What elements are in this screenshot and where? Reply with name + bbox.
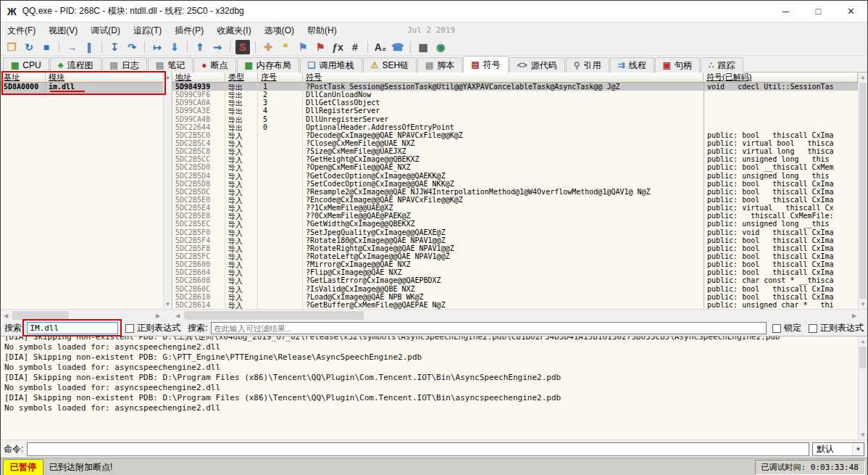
tab-cpu[interactable]: ▦ CPU bbox=[3, 57, 49, 73]
functions-icon[interactable]: ƒx bbox=[329, 39, 346, 55]
symbol-row[interactable]: 5DC2B5DC 导入 ?Resample2@CxImage@@QAE_NJJW… bbox=[172, 188, 858, 196]
symbol-row[interactable]: 5DC2B5D0 导入 ?Open@CxMemFile@@QAE_NXZ pub… bbox=[172, 163, 858, 171]
symbol-row[interactable]: 5DC2B5C4 导入 ?Close@CxMemFile@@UAE_NXZ pu… bbox=[172, 139, 858, 147]
scroll-down-button[interactable]: ▼ bbox=[859, 300, 867, 309]
symbol-row[interactable]: 5DC2B5F0 导入 ?SetJpegQuality@CxImage@@QAE… bbox=[172, 228, 858, 236]
open-file-icon[interactable]: ❒ bbox=[3, 39, 20, 55]
symbol-row[interactable]: 5DC22644 导出 0 OptionalHeader.AddressOfEn… bbox=[172, 123, 858, 131]
attach-user-icon[interactable]: ⇝ bbox=[209, 39, 226, 55]
run-icon[interactable]: → bbox=[63, 39, 80, 55]
scroll-up-button[interactable]: ▲ bbox=[859, 73, 867, 82]
toolbar-separator[interactable] bbox=[59, 41, 59, 53]
symbol-row[interactable]: 5D99CA4B 导出 5 DllUnregisterServer bbox=[172, 115, 858, 123]
scroll-up-button[interactable]: ▲ bbox=[164, 73, 172, 82]
stop-icon[interactable]: ■ bbox=[38, 39, 55, 55]
step-over-icon[interactable]: ↷ bbox=[123, 39, 141, 55]
symbol-row[interactable]: 5DC2B608 导入 ?GetLastError@CxImage@@QAEPB… bbox=[172, 276, 858, 284]
tab-flowchart[interactable]: ♣ 流程图 bbox=[50, 57, 101, 73]
tab-references[interactable]: ⚲ 引用 bbox=[566, 57, 609, 73]
menu-view[interactable]: 视图(V) bbox=[42, 23, 84, 38]
log-vertical-scrollbar[interactable]: ▲ ▼ bbox=[858, 336, 867, 439]
patches-icon[interactable]: ✚ bbox=[259, 39, 277, 55]
restart-icon[interactable]: ↻ bbox=[20, 39, 38, 55]
comments-icon[interactable]: ❝ bbox=[277, 39, 294, 55]
module-row[interactable]: 5D8A0000 im.dll bbox=[1, 83, 164, 94]
symbol-row[interactable]: 5D99CA3E 导出 4 DllRegisterServer bbox=[172, 107, 858, 115]
column-header-module[interactable]: 模块 bbox=[46, 73, 164, 82]
symbol-row[interactable]: 5DC2B5CC 导入 ?GetHeight@CxImage@@QBEKXZ p… bbox=[172, 155, 858, 163]
symbol-search-input[interactable] bbox=[211, 322, 767, 334]
toolbar-separator[interactable] bbox=[367, 41, 368, 53]
symbol-row[interactable]: 5DC2B5D8 导入 ?SetCodecOption@CxImage@@QAE… bbox=[172, 180, 858, 188]
symbol-row[interactable]: 5DC2B5E8 导入 ??0CxMemFile@@QAE@PAEK@Z pub… bbox=[172, 212, 858, 220]
tab-memory-map[interactable]: ▦ 内存布局 bbox=[237, 57, 299, 73]
labels-icon[interactable]: ⚑ bbox=[294, 39, 312, 55]
scroll-thumb[interactable] bbox=[184, 311, 364, 320]
symbol-row[interactable]: 5DC2B614 导入 ?GetBuffer@CxMemFile@@QAEPAE… bbox=[172, 301, 858, 309]
modules-vertical-scrollbar[interactable]: ▲ ▼ bbox=[163, 73, 172, 309]
tab-script[interactable]: ▤ 脚本 bbox=[417, 57, 462, 73]
module-search-input[interactable] bbox=[27, 322, 118, 334]
toolbar-separator[interactable] bbox=[230, 41, 230, 53]
symbol-row[interactable]: 5D984939 导出 1 ?PostTask_Session@SessionT… bbox=[172, 83, 858, 91]
scroll-thumb[interactable] bbox=[859, 347, 867, 368]
tab-handles[interactable]: ▣ 句柄 bbox=[655, 57, 700, 73]
scroll-left-button[interactable]: ◀ bbox=[1, 310, 11, 321]
run-to-user-code-icon[interactable]: ⇓ bbox=[166, 39, 183, 55]
toolbar-separator[interactable] bbox=[410, 41, 411, 53]
strings-icon[interactable]: A₂ bbox=[372, 39, 389, 55]
toolbar-separator[interactable] bbox=[255, 41, 256, 53]
step-out-icon[interactable]: ⇑ bbox=[191, 39, 209, 55]
phone-attach-icon[interactable]: ☎ bbox=[389, 39, 406, 55]
scroll-down-button[interactable]: ▼ bbox=[859, 430, 867, 439]
menu-debug[interactable]: 调试(D) bbox=[84, 23, 127, 38]
step-into-icon[interactable]: ↧ bbox=[106, 39, 123, 55]
symbols-vertical-scrollbar[interactable]: ▲ ▼ bbox=[858, 73, 867, 309]
column-header-type[interactable]: 类型 bbox=[225, 73, 258, 82]
menu-favourites[interactable]: 收藏夹(I) bbox=[210, 23, 257, 38]
symbol-row[interactable]: 5DC2B5E4 导入 ??1CxMemFile@@UAE@XZ public:… bbox=[172, 204, 858, 212]
symbol-row[interactable]: 5DC2B600 导入 ?Mirror@CxImage@@QAE_NXZ pub… bbox=[172, 260, 858, 268]
pause-icon[interactable]: ∥ bbox=[80, 39, 98, 55]
tab-call-stack[interactable]: ❏ 调用堆栈 bbox=[300, 57, 362, 73]
toolbar-separator[interactable] bbox=[187, 41, 188, 53]
scroll-thumb[interactable] bbox=[859, 83, 867, 299]
tab-symbols[interactable]: ▤ 符号 bbox=[463, 56, 508, 73]
scroll-up-button[interactable]: ▲ bbox=[859, 336, 867, 346]
regex-symbol-checkbox[interactable] bbox=[809, 324, 817, 333]
symbol-row[interactable]: 5DC2B60C 导入 ?IsValid@CxImage@@QBE_NXZ pu… bbox=[172, 285, 858, 293]
close-button[interactable]: ✕ bbox=[835, 1, 867, 22]
symbol-row[interactable]: 5DC2B5F8 导入 ?RotateRight@CxImage@@QAE_NP… bbox=[172, 244, 858, 252]
column-header-base[interactable]: 基址 bbox=[1, 73, 46, 82]
menu-plugins[interactable]: 插件(P) bbox=[168, 23, 210, 38]
symbol-row[interactable]: 5DC2B604 导入 ?Flip@CxImage@@QAE_NXZ publi… bbox=[172, 268, 858, 276]
tab-notes[interactable]: ▤ 笔记 bbox=[148, 57, 193, 73]
scroll-right-button[interactable]: ▶ bbox=[153, 310, 163, 321]
symbol-row[interactable]: 5DC2B610 导入 ?Load@CxImage@@QAE_NPB_WK@Z … bbox=[172, 293, 858, 301]
tab-breakpoints[interactable]: ● 断点 bbox=[193, 57, 235, 73]
scroll-thumb[interactable] bbox=[12, 311, 69, 320]
tab-source[interactable]: <> 源代码 bbox=[509, 57, 565, 73]
execute-till-return-icon[interactable]: ↦ bbox=[149, 39, 166, 55]
symbol-row[interactable]: 5DC2B5C8 导入 ?Size@CxMemFile@@UAEJXZ publ… bbox=[172, 147, 858, 155]
regex-module-checkbox[interactable] bbox=[125, 324, 134, 333]
scroll-down-button[interactable]: ▼ bbox=[164, 300, 172, 309]
toolbar-separator[interactable] bbox=[101, 41, 102, 53]
symbols-horizontal-scrollbar[interactable]: ◀ ▶ bbox=[172, 310, 859, 321]
bookmarks-icon[interactable]: ⚑ bbox=[312, 39, 329, 55]
menu-options[interactable]: 选项(O) bbox=[258, 23, 301, 38]
tab-seh-chain[interactable]: ⚠ SEH链 bbox=[363, 57, 417, 73]
column-header-decoded[interactable]: 符号(已解码) bbox=[704, 73, 858, 82]
command-input[interactable] bbox=[27, 442, 809, 456]
tab-trace[interactable]: ∴ 跟踪 bbox=[701, 57, 743, 73]
column-header-symbol[interactable]: 符号 bbox=[303, 73, 704, 82]
seh-s-icon[interactable]: S bbox=[235, 40, 250, 54]
symbol-row[interactable]: 5DC2B5D4 导入 ?GetCodecOption@CxImage@@QAE… bbox=[172, 172, 858, 180]
globe-settings-icon[interactable]: ◉ bbox=[432, 39, 449, 55]
lock-checkbox[interactable] bbox=[772, 324, 781, 333]
maximize-button[interactable]: □ bbox=[802, 1, 835, 22]
symbol-row[interactable]: 5DC2B5E0 导入 ?Encode@CxImage@@QAE_NPAVCxF… bbox=[172, 196, 858, 204]
scroll-left-button[interactable]: ◀ bbox=[172, 310, 183, 321]
scroll-right-button[interactable]: ▶ bbox=[849, 310, 859, 321]
menu-file[interactable]: 文件(F) bbox=[1, 23, 42, 38]
